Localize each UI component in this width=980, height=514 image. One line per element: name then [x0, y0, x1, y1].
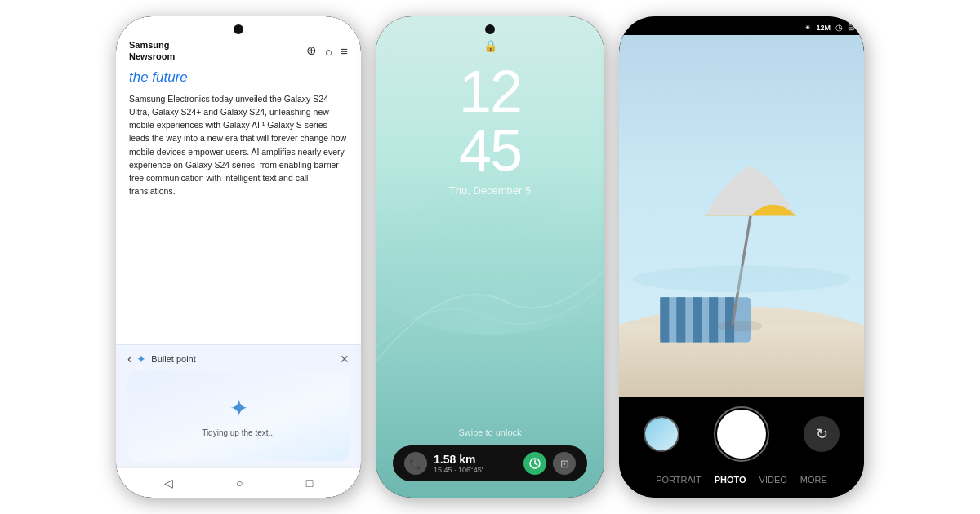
svg-rect-5: [660, 297, 669, 342]
header-icons: ⊕ ⌕ ≡: [306, 43, 348, 58]
bullet-back-icon[interactable]: ‹: [127, 352, 131, 366]
svg-point-12: [717, 321, 762, 331]
ai-sparkle-icon: ✦: [229, 395, 248, 422]
timer-icon: ◷: [835, 23, 843, 32]
bullet-panel: ‹ ✦ Bullet point ✕ ✦ Tidying up the text…: [116, 344, 361, 467]
camera-shortcut-icon[interactable]: ⊡: [553, 452, 576, 475]
bullet-header: ‹ ✦ Bullet point ✕: [127, 352, 350, 366]
portrait-mode[interactable]: PORTRAIT: [656, 475, 701, 485]
rotate-icon: ↻: [816, 425, 828, 443]
phone3-screen: ✴ 12M ◷ ⊟: [619, 16, 864, 498]
nav-home-button[interactable]: ○: [236, 476, 243, 490]
article-body: Samsung Electronics today unveiled the G…: [116, 92, 361, 344]
phone-1: Samsung Newsroom ⊕ ⌕ ≡ the future Samsun…: [116, 16, 361, 498]
front-camera-dot: [234, 24, 243, 34]
svg-rect-6: [676, 297, 685, 342]
more-mode[interactable]: MORE: [800, 475, 827, 485]
distance-time: 15:45 · 106°45': [434, 466, 517, 474]
flip-camera-button[interactable]: ↻: [804, 416, 840, 452]
camera-status-bar: ✴ 12M ◷ ⊟: [619, 16, 864, 35]
live-activity-widget[interactable]: 📞 1.58 km 15:45 · 106°45' ⊡: [393, 445, 587, 481]
wallpaper-decoration: [376, 220, 604, 383]
lock-screen-time: 12 45: [459, 62, 521, 179]
bluetooth-icon: ✴: [804, 23, 811, 32]
camera-controls: ↻ PORTRAIT PHOTO VIDEO MORE: [619, 397, 864, 498]
lock-screen-bottom: Swipe to unlock 📞 1.58 km 15:45 · 106°45…: [376, 428, 604, 498]
menu-icon[interactable]: ≡: [341, 44, 348, 58]
phone2-screen: 🔒 12 45 Thu, December 5 Swipe to unlock …: [376, 16, 604, 498]
bullet-ai-icon: ✦: [136, 352, 146, 366]
bullet-left: ‹ ✦ Bullet point: [127, 352, 196, 366]
video-mode[interactable]: VIDEO: [760, 475, 787, 485]
phone1-screen: Samsung Newsroom ⊕ ⌕ ≡ the future Samsun…: [116, 16, 361, 498]
nav-recent-button[interactable]: □: [306, 476, 313, 490]
bullet-content: ✦ Tidying up the text...: [127, 371, 350, 461]
lock-icon: 🔒: [483, 39, 497, 52]
thumbnail-preview: [645, 418, 678, 450]
tidying-label: Tidying up the text...: [202, 428, 275, 437]
settings-icon[interactable]: ⊟: [848, 23, 854, 32]
shutter-outer-ring: [714, 406, 769, 462]
bullet-label: Bullet point: [151, 354, 195, 364]
front-camera-dot-2: [485, 24, 495, 34]
call-icon: 📞: [404, 452, 427, 475]
globe-icon[interactable]: ⊕: [306, 43, 317, 58]
camera-viewfinder: [619, 35, 864, 397]
camera-thumbnails: ↻: [627, 406, 856, 462]
svg-rect-8: [709, 297, 718, 342]
activity-dot-icon: [523, 452, 546, 475]
svg-rect-7: [693, 297, 702, 342]
bullet-close-icon[interactable]: ✕: [340, 352, 350, 366]
nav-back-button[interactable]: ◁: [164, 476, 173, 490]
swipe-to-unlock-label: Swipe to unlock: [458, 428, 521, 437]
lock-screen-date: Thu, December 5: [449, 184, 531, 197]
camera-modes: PORTRAIT PHOTO VIDEO MORE: [627, 472, 856, 490]
shutter-button[interactable]: [717, 410, 766, 459]
svg-point-11: [633, 265, 850, 292]
distance-km: 1.58 km: [434, 453, 517, 466]
gallery-thumbnail[interactable]: [644, 416, 679, 452]
phone-3: ✴ 12M ◷ ⊟: [619, 16, 864, 498]
newsroom-logo: Samsung Newsroom: [129, 39, 175, 63]
photo-mode[interactable]: PHOTO: [715, 475, 746, 485]
article-title: the future: [116, 66, 361, 92]
beach-scene-svg: [619, 35, 864, 397]
phone-2: 🔒 12 45 Thu, December 5 Swipe to unlock …: [376, 16, 604, 498]
newsroom-header: Samsung Newsroom ⊕ ⌕ ≡: [116, 34, 361, 66]
search-icon[interactable]: ⌕: [325, 44, 332, 58]
activity-info: 1.58 km 15:45 · 106°45': [434, 453, 517, 474]
megapixels-indicator: 12M: [816, 24, 831, 32]
android-nav-bar: ◁ ○ □: [116, 467, 361, 498]
